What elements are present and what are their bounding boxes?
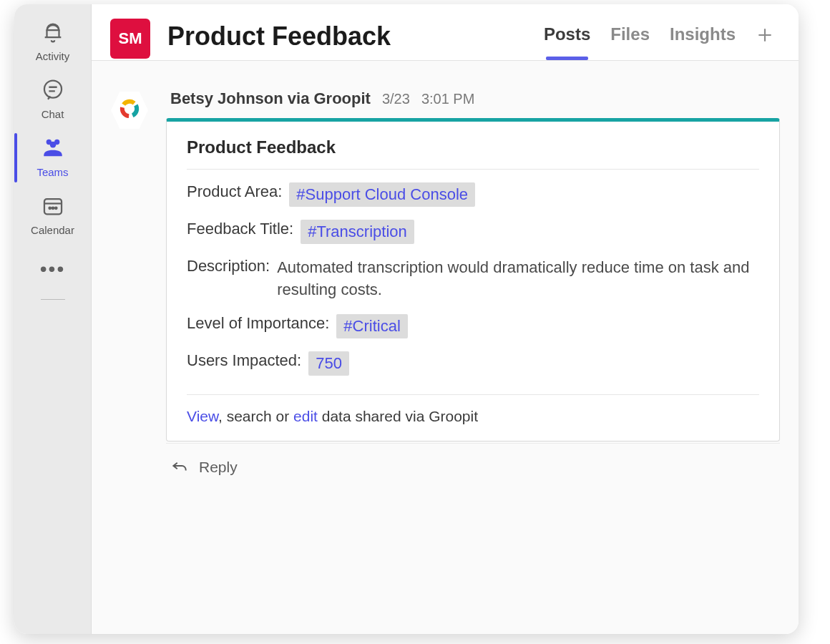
row-description: Description: Automated transcription wou… (187, 244, 759, 301)
bell-icon (41, 20, 65, 47)
link-view[interactable]: View (187, 408, 218, 424)
tab-insights[interactable]: Insights (670, 24, 736, 60)
rail-label: Teams (36, 166, 68, 178)
post-author: Betsy Johnson via Groopit (170, 89, 371, 108)
rail-label: Calendar (31, 224, 74, 236)
value-description: Automated transcription would dramatical… (277, 257, 759, 301)
label-users-impacted: Users Impacted: (187, 351, 301, 370)
feedback-card: Product Feedback Product Area: #Support … (166, 118, 780, 441)
rail-more-button[interactable]: ••• (40, 258, 65, 280)
svg-point-0 (44, 81, 61, 98)
calendar-icon (41, 194, 65, 221)
tab-bar: Posts Files Insights (544, 19, 774, 60)
link-edit[interactable]: edit (293, 408, 318, 424)
label-description: Description: (187, 257, 270, 275)
tag-importance[interactable]: #Critical (336, 314, 407, 338)
tab-files[interactable]: Files (610, 24, 650, 60)
row-feedback-title: Feedback Title: #Transcription (187, 207, 759, 244)
rail-item-calendar[interactable]: Calendar (14, 187, 91, 245)
reply-label: Reply (199, 459, 238, 476)
rail-divider (41, 299, 65, 300)
app-avatar (110, 91, 149, 130)
chat-icon (41, 78, 65, 105)
footer-text-mid: , search or (218, 408, 293, 424)
svg-point-8 (49, 208, 51, 210)
reply-button[interactable]: Reply (166, 443, 780, 482)
channel-avatar: SM (110, 19, 150, 59)
app-window: Activity Chat Teams Calendar ••• SM Prod… (14, 4, 799, 634)
main-area: SM Product Feedback Posts Files Insights (92, 4, 799, 634)
tab-posts[interactable]: Posts (544, 24, 590, 60)
teams-icon (41, 136, 65, 163)
post-time: 3:01 PM (421, 91, 474, 107)
label-feedback-title: Feedback Title: (187, 220, 293, 238)
card-title: Product Feedback (187, 137, 759, 170)
channel-header: SM Product Feedback Posts Files Insights (92, 4, 799, 61)
post-meta: Betsy Johnson via Groopit 3/23 3:01 PM (166, 89, 780, 108)
row-importance: Level of Importance: #Critical (187, 301, 759, 338)
reply-icon (170, 458, 189, 477)
label-importance: Level of Importance: (187, 314, 329, 333)
channel-title: Product Feedback (167, 19, 544, 52)
thread: Betsy Johnson via Groopit 3/23 3:01 PM P… (92, 61, 799, 482)
rail-item-teams[interactable]: Teams (14, 129, 91, 187)
svg-point-5 (49, 142, 56, 148)
post: Betsy Johnson via Groopit 3/23 3:01 PM P… (110, 89, 780, 482)
row-product-area: Product Area: #Support Cloud Console (187, 170, 759, 207)
rail-item-activity[interactable]: Activity (14, 13, 91, 71)
tag-product-area[interactable]: #Support Cloud Console (289, 182, 475, 207)
add-tab-button[interactable] (756, 26, 774, 44)
rail-item-chat[interactable]: Chat (14, 71, 91, 129)
rail-label: Chat (42, 108, 64, 120)
footer-text-tail: data shared via Groopit (318, 408, 478, 424)
label-product-area: Product Area: (187, 182, 282, 201)
svg-point-10 (54, 208, 57, 210)
left-rail: Activity Chat Teams Calendar ••• (14, 4, 92, 634)
rail-label: Activity (36, 50, 70, 62)
groopit-icon (117, 97, 142, 124)
svg-point-9 (52, 208, 54, 210)
card-footer: View, search or edit data shared via Gro… (187, 394, 759, 425)
value-users-impacted[interactable]: 750 (308, 351, 349, 376)
post-body: Betsy Johnson via Groopit 3/23 3:01 PM P… (166, 89, 780, 482)
tag-feedback-title[interactable]: #Transcription (301, 220, 414, 244)
row-users-impacted: Users Impacted: 750 (187, 338, 759, 376)
post-date: 3/23 (382, 91, 410, 107)
